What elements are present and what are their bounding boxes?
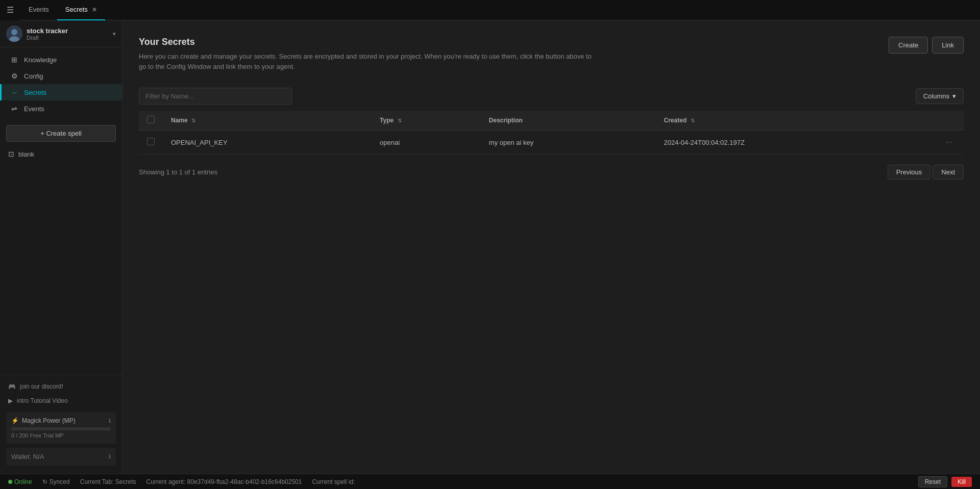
sidebar-item-knowledge[interactable]: ⊞ Knowledge [0, 52, 122, 68]
current-spell-label: Current spell id: [312, 478, 355, 485]
sidebar-item-events-label: Events [24, 105, 44, 113]
status-bar: Online ↻ Synced Current Tab: Secrets Cur… [0, 474, 980, 489]
header-actions [935, 111, 964, 131]
sidebar-item-secrets-label: Secrets [24, 89, 46, 96]
events-icon: ⇌ [10, 105, 19, 113]
online-dot [8, 480, 12, 484]
avatar [6, 25, 22, 42]
link-button[interactable]: Link [932, 37, 964, 54]
name-sort-icon: ⇅ [191, 118, 195, 123]
spell-blank-icon: ⊡ [8, 150, 14, 158]
mp-text: 0 / 200 Free Trial MP [11, 432, 111, 439]
top-bar: ☰ Events Secrets ✕ [0, 0, 980, 20]
sidebar-discord[interactable]: 🎮 join our discord! [0, 379, 122, 394]
header-checkbox[interactable] [139, 111, 163, 131]
columns-chevron-icon: ▾ [952, 92, 956, 100]
header-name-label: Name [171, 117, 188, 124]
pagination-buttons: Previous Next [888, 165, 964, 179]
create-secret-button[interactable]: Create [889, 37, 928, 54]
current-agent-status: Current agent: 80e37d49-fba2-48ac-b402-b… [146, 478, 302, 485]
status-bar-right: Reset Kill [918, 476, 972, 487]
next-button[interactable]: Next [933, 165, 964, 179]
sidebar-bottom: 🎮 join our discord! ▶ intro Tutorial Vid… [0, 375, 122, 474]
content-area: Your Secrets Here you can create and man… [122, 20, 980, 474]
columns-label: Columns [923, 92, 949, 100]
table-row: OPENAI_API_KEY openai my open ai key 202… [139, 131, 964, 155]
row-checkbox-cell[interactable] [139, 131, 163, 155]
tab-secrets[interactable]: Secrets ✕ [57, 0, 105, 20]
create-spell-button[interactable]: + Create spell [6, 125, 116, 142]
type-sort-icon: ⇅ [398, 118, 402, 123]
row-type: openai [372, 131, 481, 155]
previous-button[interactable]: Previous [888, 165, 931, 179]
mp-info-icon[interactable]: ℹ [109, 418, 111, 424]
pagination-row: Showing 1 to 1 of 1 entries Previous Nex… [139, 163, 964, 182]
sidebar-nav: ⊞ Knowledge ⚙ Config ··· Secrets ⇌ Event… [0, 47, 122, 121]
page-title: Your Secrets [139, 37, 598, 47]
secrets-icon: ··· [10, 88, 19, 96]
page-description: Here you can create and manage your secr… [139, 52, 598, 71]
header-checkbox-input[interactable] [147, 116, 155, 123]
spell-blank-label: blank [18, 150, 34, 158]
sidebar-project-header[interactable]: stock tracker Draft ▾ [0, 20, 122, 47]
hamburger-button[interactable]: ☰ [0, 0, 20, 20]
current-spell-status: Current spell id: [312, 478, 355, 485]
header-created-label: Created [664, 117, 687, 124]
sidebar-project-info: stock tracker Draft [27, 27, 113, 41]
chevron-down-icon: ▾ [113, 31, 116, 37]
table-header: Name ⇅ Type ⇅ Description Created ⇅ [139, 111, 964, 131]
tab-events[interactable]: Events [20, 0, 57, 20]
table-body: OPENAI_API_KEY openai my open ai key 202… [139, 131, 964, 155]
sync-icon: ↻ [42, 478, 47, 485]
wallet-info-icon[interactable]: ℹ [109, 453, 111, 460]
showing-text: Showing 1 to 1 of 1 entries [139, 168, 217, 176]
synced-status: ↻ Synced [42, 478, 70, 485]
kill-button[interactable]: Kill [951, 477, 972, 487]
current-agent-label: Current agent: 80e37d49-fba2-48ac-b402-b… [146, 478, 302, 485]
current-tab-status: Current Tab: Secrets [80, 478, 136, 485]
mp-icon: ⚡ [11, 417, 19, 424]
knowledge-icon: ⊞ [10, 56, 19, 64]
project-name: stock tracker [27, 27, 113, 35]
filter-row: Columns ▾ [139, 88, 964, 105]
svg-point-1 [11, 29, 17, 35]
row-name: OPENAI_API_KEY [163, 131, 372, 155]
row-created: 2024-04-24T00:04:02.197Z [656, 131, 935, 155]
wallet-label: Wallet: N/A [11, 453, 44, 460]
sidebar-spell-blank[interactable]: ⊡ blank [0, 146, 122, 162]
header-description: Description [481, 111, 656, 131]
current-tab-label: Current Tab: Secrets [80, 478, 136, 485]
tab-secrets-label: Secrets [65, 6, 88, 13]
header-created[interactable]: Created ⇅ [656, 111, 935, 131]
secrets-page: Your Secrets Here you can create and man… [122, 20, 980, 474]
row-description: my open ai key [481, 131, 656, 155]
config-icon: ⚙ [10, 72, 19, 80]
row-menu-button[interactable]: ··· [943, 137, 955, 148]
sidebar-item-config-label: Config [24, 72, 43, 80]
page-header: Your Secrets Here you can create and man… [139, 37, 964, 71]
tab-secrets-close[interactable]: ✕ [92, 6, 97, 13]
online-label: Online [14, 478, 32, 485]
sidebar-item-events[interactable]: ⇌ Events [0, 100, 122, 117]
sidebar: stock tracker Draft ▾ ⊞ Knowledge ⚙ Conf… [0, 20, 122, 474]
reset-button[interactable]: Reset [918, 476, 947, 487]
row-checkbox[interactable] [147, 138, 155, 145]
tutorial-icon: ▶ [8, 397, 13, 404]
mp-section: ⚡ Magick Power (MP) ℹ 0 / 200 Free Trial… [6, 412, 116, 444]
page-header-actions: Create Link [889, 37, 964, 54]
sidebar-tutorial[interactable]: ▶ intro Tutorial Video [0, 394, 122, 408]
filter-input[interactable] [139, 88, 292, 105]
header-type[interactable]: Type ⇅ [372, 111, 481, 131]
columns-button[interactable]: Columns ▾ [916, 88, 964, 104]
header-description-label: Description [489, 117, 523, 124]
secrets-table: Name ⇅ Type ⇅ Description Created ⇅ [139, 111, 964, 155]
sidebar-item-config[interactable]: ⚙ Config [0, 68, 122, 84]
wallet-section: Wallet: N/A ℹ [6, 448, 116, 466]
header-name[interactable]: Name ⇅ [163, 111, 372, 131]
mp-bar-background [11, 427, 111, 430]
main-layout: stock tracker Draft ▾ ⊞ Knowledge ⚙ Conf… [0, 20, 980, 474]
created-sort-icon: ⇅ [691, 118, 695, 123]
project-status: Draft [27, 35, 113, 41]
synced-label: Synced [50, 478, 70, 485]
sidebar-item-secrets[interactable]: ··· Secrets [0, 84, 122, 100]
